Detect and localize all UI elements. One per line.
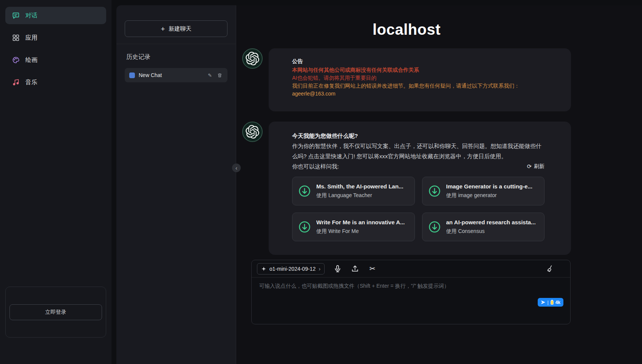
history-item-title: New Chat [139,72,203,78]
announcement-line: 本网站与任何其他公司或商标没有任何关联或合作关系 [292,66,545,74]
model-selector[interactable]: o1-mini-2024-09-12 › [257,263,325,275]
suggestion-subtitle: 使用 Consensus [446,228,536,235]
refresh-button[interactable]: ⟳ 刷新 [527,163,545,170]
ask-hint-row: 你也可以这样问我: ⟳ 刷新 [292,161,545,171]
send-token-badge[interactable]: | 4k [538,298,563,307]
announcement-message: 公告 本网站与任何其他公司或商标没有任何关联或合作关系 AI也会犯错。请勿将其用… [269,48,571,111]
suggestion-text: Ms. Smith, the AI-powered Lan... 使用 Lang… [316,183,403,199]
send-icon [541,300,546,305]
sidebar-footer: 立即登录 [5,287,106,338]
suggestion-title: Write For Me is an innovative A... [316,219,405,225]
app-window: 对话 应用 绘画 音乐 立即登录 + [0,0,642,364]
grid-icon [12,34,20,42]
welcome-body: 作为你的智慧伙伴，我不仅可以写文案、出点子，还可以和你聊天、回答问题。想知道我还… [292,141,545,161]
announcement-line: 我们目前正在修复我们网站上的错误并改进细节。如果您有任何疑问，请通过以下方式联系… [292,82,545,90]
circle-arrow-icon [298,220,311,234]
message-row: 今天我能为您做些什么呢? 作为你的智慧伙伴，我不仅可以写文案、出点子，还可以和你… [242,122,571,255]
suggestion-card[interactable]: Write For Me is an innovative A... 使用 Wr… [292,213,415,241]
suggestion-grid: Ms. Smith, the AI-powered Lan... 使用 Lang… [292,177,545,241]
suggestion-card[interactable]: Ms. Smith, the AI-powered Lan... 使用 Lang… [292,177,415,205]
chat-content: localhost 公告 本网站与任何其他公司或商标没有任何关联或合作关系 AI… [242,21,571,324]
assistant-avatar [242,122,263,142]
scissors-button[interactable]: ✂ [368,264,377,273]
circle-arrow-icon [298,184,311,198]
plus-icon: + [161,25,165,32]
music-icon [12,79,20,86]
chevron-right-icon: › [319,265,320,272]
refresh-label: 刷新 [534,163,545,170]
suggestion-subtitle: 使用 Write For Me [316,228,405,235]
sidebar-item-music[interactable]: 音乐 [5,74,106,91]
suggestion-card[interactable]: an AI-powered research assista... 使用 Con… [422,213,545,241]
welcome-title: 今天我能为您做些什么呢? [292,131,545,141]
composer: o1-mini-2024-09-12 › ✂ [251,260,571,324]
history-item[interactable]: New Chat ✎ [125,68,227,82]
sidebar-item-label: 绘画 [25,56,37,64]
sidebar-item-label: 应用 [25,34,37,42]
suggestion-title: Ms. Smith, the AI-powered Lan... [316,183,403,190]
sidebar-item-apps[interactable]: 应用 [5,29,106,46]
divider-glyph: | [548,300,549,305]
palette-icon [12,56,20,64]
sidebar-item-chat[interactable]: 对话 [5,7,106,24]
model-label: o1-mini-2024-09-12 [269,266,316,272]
login-button[interactable]: 立即登录 [9,304,102,320]
suggestion-text: Write For Me is an innovative A... 使用 Wr… [316,219,405,235]
announcement-title: 公告 [292,57,545,65]
composer-toolbar: o1-mini-2024-09-12 › ✂ [252,260,570,278]
suggestion-title: an AI-powered research assista... [446,219,536,225]
sidebar-item-label: 对话 [25,12,37,20]
suggestion-subtitle: 使用 image generator [446,192,532,199]
welcome-message: 今天我能为您做些什么呢? 作为你的智慧伙伴，我不仅可以写文案、出点子，还可以和你… [269,122,571,255]
chevron-left-icon: ‹ [235,165,237,171]
suggestion-text: Image Generator is a cutting-e... 使用 ima… [446,183,532,199]
ask-hint: 你也可以这样问我: [292,161,339,171]
refresh-icon: ⟳ [527,163,532,170]
suggestion-text: an AI-powered research assista... 使用 Con… [446,219,536,235]
chat-icon [12,12,20,19]
circle-arrow-icon [428,184,441,198]
trash-icon[interactable] [217,73,223,78]
chat-item-icon [129,72,135,78]
suggestion-card[interactable]: Image Generator is a cutting-e... 使用 ima… [422,177,545,205]
edit-icon[interactable]: ✎ [207,72,213,78]
battery-icon [551,300,554,305]
message-row: 公告 本网站与任何其他公司或商标没有任何关联或合作关系 AI也会犯错。请勿将其用… [242,48,571,111]
upload-button[interactable] [350,264,359,273]
announcement-line: AI也会犯错。请勿将其用于重要目的 [292,74,545,82]
sidebar: 对话 应用 绘画 音乐 立即登录 [0,0,111,364]
sidebar-item-drawing[interactable]: 绘画 [5,51,106,69]
clear-context-broom-button[interactable] [545,264,554,273]
suggestion-subtitle: 使用 Language Teacher [316,192,403,199]
model-icon [261,266,266,271]
collapse-sidebar-button[interactable]: ‹ [232,163,241,172]
conversation-panel: + 新建聊天 历史记录 New Chat ✎ [116,5,236,364]
contact-email-link[interactable]: ageerle@163.com [292,90,545,98]
history-title: 历史记录 [126,53,227,61]
workspace: + 新建聊天 历史记录 New Chat ✎ localhost [116,5,642,364]
chat-main: localhost 公告 本网站与任何其他公司或商标没有任何关联或合作关系 AI… [236,5,642,364]
microphone-button[interactable] [333,264,342,273]
token-count: 4k [555,300,560,305]
suggestion-title: Image Generator is a cutting-e... [446,183,532,190]
message-input[interactable] [252,278,570,307]
new-chat-button[interactable]: + 新建聊天 [125,20,227,37]
divider [116,44,236,44]
circle-arrow-icon [428,220,441,234]
new-chat-label: 新建聊天 [169,25,192,32]
page-title: localhost [242,21,571,38]
sidebar-item-label: 音乐 [25,79,37,86]
assistant-avatar [242,48,263,69]
